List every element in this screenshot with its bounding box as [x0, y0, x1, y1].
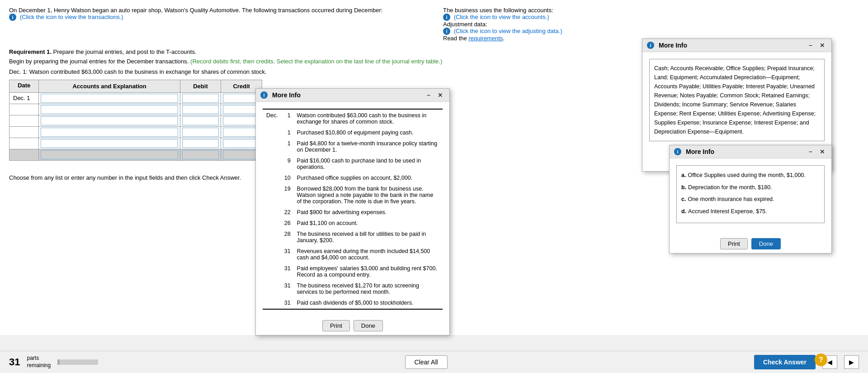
debit-cell-5 — [180, 138, 221, 149]
accounts-cell-2 — [39, 104, 180, 115]
credit-input-1[interactable] — [223, 94, 260, 103]
transaction-row: 31 Paid cash dividends of $5,000 to stoc… — [264, 298, 442, 308]
credit-input-3[interactable] — [223, 116, 260, 125]
date-cell-3 — [9, 115, 39, 127]
adjusting-modal-info-icon: i — [674, 148, 681, 155]
adjusting-item: c.One month insurance has expired. — [681, 194, 820, 205]
transaction-row: Dec. 1 Watson contributed $63,000 cash t… — [264, 110, 442, 127]
trans-text: Paid employees' salaries $3,000 and buil… — [294, 263, 442, 280]
transactions-modal-body: Dec. 1 Watson contributed $63,000 cash t… — [256, 102, 449, 316]
debit-input-3[interactable] — [182, 116, 219, 125]
debit-input-1[interactable] — [182, 94, 219, 103]
trans-day: 28 — [282, 229, 293, 245]
trans-month — [264, 246, 281, 263]
req1-label: Requirement 1. — [9, 48, 52, 55]
intro-left: On December 1, Henry Watson began an aut… — [9, 7, 425, 42]
transactions-table: Dec. 1 Watson contributed $63,000 cash t… — [263, 109, 443, 310]
adjusting-close-button[interactable]: ✕ — [818, 148, 827, 155]
adjusting-info-icon[interactable]: i — [443, 28, 450, 35]
adjusting-link[interactable]: (Click the icon to view the adjusting da… — [454, 28, 562, 34]
debit-input-2[interactable] — [182, 105, 219, 114]
credit-input-5[interactable] — [223, 139, 260, 148]
business-accounts-text: The business uses the following accounts… — [443, 7, 859, 14]
transaction-row: 1 Purchased $10,800 of equipment paying … — [264, 128, 442, 138]
accounts-modal-header: i More Info − ✕ — [642, 39, 831, 52]
adjusting-text: Depreciation for the month, $180. — [688, 184, 772, 191]
debit-input-5[interactable] — [182, 139, 219, 148]
transactions-close-button[interactable]: ✕ — [436, 91, 445, 99]
credit-input-4[interactable] — [223, 128, 260, 137]
trans-month — [264, 128, 281, 138]
accounts-box: Cash; Accounts Receivable; Office Suppli… — [649, 59, 825, 141]
trans-month — [264, 184, 281, 206]
trans-day: 31 — [282, 263, 293, 280]
adjusting-label: a. — [681, 172, 686, 178]
adjusting-modal: i More Info − ✕ a.Office Supplies used d… — [669, 145, 832, 253]
table-row — [9, 127, 262, 138]
accounts-cell-3 — [39, 115, 180, 127]
trans-month — [264, 229, 281, 245]
accounts-close-button[interactable]: ✕ — [818, 42, 827, 49]
debit-cell-6 — [180, 149, 221, 161]
trans-day: 10 — [282, 173, 293, 183]
accounts-cell-6 — [39, 149, 180, 161]
transactions-minimize-button[interactable]: − — [425, 91, 432, 99]
table-row: Dec. 1 — [9, 93, 262, 104]
accounts-info-icon[interactable]: i — [443, 14, 450, 21]
accounts-link[interactable]: (Click the icon to view the accounts.) — [454, 14, 549, 20]
adjusting-item: d.Accrued Interest Expense, $75. — [681, 206, 820, 217]
transactions-done-button[interactable]: Done — [354, 320, 383, 331]
transactions-modal-title: More Info — [272, 91, 301, 99]
transactions-link[interactable]: (Click the icon to view the transactions… — [20, 14, 123, 20]
adjusting-item: b.Depreciation for the month, $180. — [681, 182, 820, 193]
table-row-last — [9, 149, 262, 161]
credit-input-6[interactable] — [223, 150, 260, 159]
trans-month — [264, 139, 281, 155]
debit-cell-3 — [180, 115, 221, 127]
debit-input-6[interactable] — [182, 150, 219, 159]
intro-text: On December 1, Henry Watson began an aut… — [9, 7, 425, 14]
debit-input-4[interactable] — [182, 128, 219, 137]
accounts-input-4[interactable] — [41, 128, 178, 137]
accounts-input-1[interactable] — [41, 94, 178, 103]
adjusting-minimize-button[interactable]: − — [807, 148, 814, 155]
accounts-input-3[interactable] — [41, 116, 178, 125]
trans-month — [264, 156, 281, 172]
date-cell-2 — [9, 104, 39, 115]
transaction-row: 22 Paid $900 for advertising expenses. — [264, 207, 442, 217]
transactions-print-button[interactable]: Print — [322, 320, 350, 331]
accounts-cell — [39, 93, 180, 104]
trans-text: Paid $900 for advertising expenses. — [294, 207, 442, 217]
trans-month — [264, 281, 281, 297]
adjusting-label: d. — [681, 208, 686, 215]
accounts-minimize-button[interactable]: − — [807, 42, 814, 49]
col-date-header: Date — [9, 80, 39, 93]
read-label: Read the — [443, 35, 467, 42]
trans-day: 1 — [282, 110, 293, 127]
accounts-modal-info-icon: i — [647, 42, 654, 49]
trans-month — [264, 298, 281, 308]
trans-day: 31 — [282, 298, 293, 308]
adjusting-done-button[interactable]: Done — [751, 238, 781, 249]
transactions-modal-header: i More Info − ✕ — [256, 89, 449, 102]
adjusting-print-button[interactable]: Print — [720, 238, 748, 249]
requirements-link[interactable]: requirements — [468, 35, 503, 42]
begin-text: Begin by preparing the journal entries f… — [9, 58, 189, 65]
adjusting-box: a.Office Supplies used during the month,… — [676, 165, 825, 223]
transactions-info-icon[interactable]: i — [9, 14, 16, 21]
accounts-input-5[interactable] — [41, 139, 178, 148]
modal-controls: − ✕ — [425, 91, 445, 99]
trans-text: The business received a bill for utiliti… — [294, 229, 442, 245]
credit-input-2[interactable] — [223, 105, 260, 114]
date-cell-5 — [9, 138, 39, 149]
adjusting-modal-footer: Print Done — [670, 234, 831, 253]
col-debit-header: Debit — [180, 80, 221, 93]
accounts-input-6[interactable] — [41, 150, 178, 159]
transaction-row: 1 Paid $4,800 for a twelve-month insuran… — [264, 139, 442, 155]
accounts-input-2[interactable] — [41, 105, 178, 114]
date-cell-4 — [9, 127, 39, 138]
transaction-row: 9 Paid $16,000 cash to purchase land to … — [264, 156, 442, 172]
transaction-row: 26 Paid $1,100 on account. — [264, 218, 442, 228]
trans-month — [264, 173, 281, 183]
trans-month — [264, 218, 281, 228]
